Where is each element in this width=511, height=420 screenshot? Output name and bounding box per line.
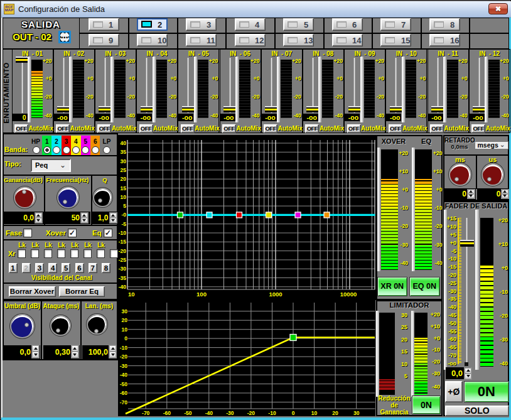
svg-text:0: 0 bbox=[292, 410, 295, 416]
svg-text:-30: -30 bbox=[226, 410, 234, 416]
svg-text:10000: 10000 bbox=[340, 291, 357, 298]
svg-text:-15: -15 bbox=[119, 239, 127, 245]
svg-text:-60: -60 bbox=[120, 390, 128, 396]
svg-text:30: 30 bbox=[121, 158, 127, 164]
svg-text:20: 20 bbox=[332, 410, 338, 416]
svg-text:-40: -40 bbox=[205, 410, 213, 416]
svg-text:-20: -20 bbox=[119, 248, 127, 254]
svg-text:5: 5 bbox=[123, 203, 126, 209]
svg-text:-10: -10 bbox=[119, 230, 127, 236]
svg-text:10: 10 bbox=[121, 194, 127, 200]
svg-text:20: 20 bbox=[122, 317, 128, 323]
svg-text:20: 20 bbox=[121, 176, 127, 182]
svg-text:-70: -70 bbox=[120, 399, 128, 406]
svg-text:-50: -50 bbox=[120, 381, 128, 387]
svg-text:0: 0 bbox=[124, 335, 127, 342]
svg-text:10: 10 bbox=[311, 410, 318, 416]
svg-text:-35: -35 bbox=[119, 275, 127, 281]
svg-text:10: 10 bbox=[128, 291, 135, 298]
svg-text:-30: -30 bbox=[120, 363, 128, 369]
svg-text:40: 40 bbox=[121, 140, 127, 146]
svg-text:-40: -40 bbox=[119, 284, 127, 290]
svg-text:-30: -30 bbox=[119, 266, 127, 272]
svg-text:-0: -0 bbox=[121, 212, 126, 218]
svg-text:25: 25 bbox=[121, 167, 127, 173]
svg-text:-20: -20 bbox=[247, 410, 255, 416]
svg-text:-5: -5 bbox=[121, 221, 126, 227]
svg-text:-25: -25 bbox=[119, 257, 127, 263]
svg-text:1000: 1000 bbox=[269, 291, 282, 298]
svg-text:-70: -70 bbox=[142, 410, 150, 416]
svg-text:-20: -20 bbox=[120, 353, 128, 360]
svg-text:-60: -60 bbox=[163, 410, 171, 416]
svg-text:-10: -10 bbox=[268, 410, 276, 416]
svg-text:30: 30 bbox=[353, 410, 360, 416]
svg-text:35: 35 bbox=[121, 149, 127, 155]
svg-text:30: 30 bbox=[122, 308, 128, 315]
svg-text:15: 15 bbox=[121, 185, 127, 191]
svg-text:-10: -10 bbox=[120, 345, 128, 351]
svg-text:-50: -50 bbox=[184, 410, 192, 416]
svg-text:-40: -40 bbox=[120, 372, 128, 378]
svg-text:100: 100 bbox=[196, 291, 207, 298]
svg-text:10: 10 bbox=[122, 326, 128, 333]
